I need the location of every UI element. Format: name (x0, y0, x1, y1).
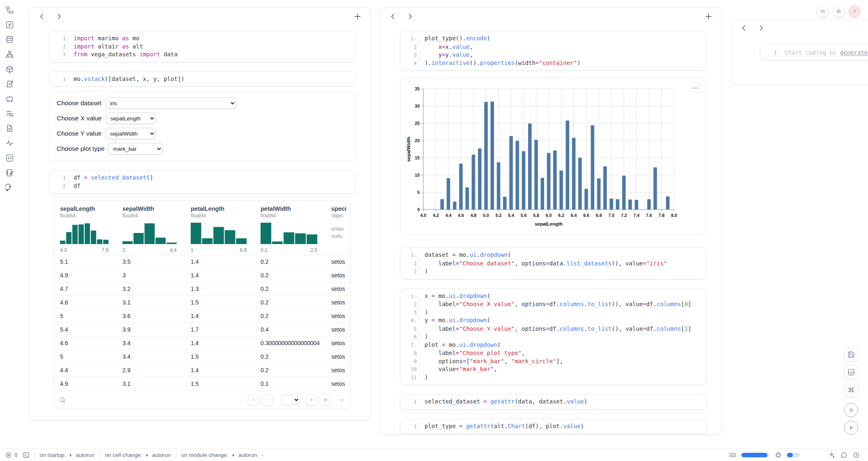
function-square-icon[interactable] (5, 21, 14, 29)
stop-kernel-button[interactable] (844, 403, 858, 417)
file-tree-icon[interactable] (5, 6, 14, 14)
dataset-dropdown-cell[interactable]: 1⌄dataset = mo.ui.dropdown(2 label="Choo… (400, 247, 706, 279)
add-cell-button[interactable] (704, 12, 713, 21)
code-line[interactable]: dataset = mo.ui.dropdown( (419, 251, 706, 260)
menu-button[interactable] (817, 5, 829, 17)
plot-cell[interactable]: 1⌄plot_type().encode(2 x=x.value,3 y=y.v… (400, 31, 706, 71)
column-header-speci[interactable]: speciobjecuniqunulls: (326, 201, 351, 255)
next-page-button[interactable] (306, 394, 317, 406)
statusbar-item-on-startup[interactable]: on startup:autorun (40, 452, 95, 458)
first-page-button[interactable] (248, 394, 259, 406)
generate-with-ai-link[interactable]: generate (840, 49, 868, 56)
code-placeholder[interactable]: Start coding or generate with (779, 49, 868, 56)
notebook-pen-icon[interactable] (5, 168, 14, 177)
memory-usage-meter[interactable] (741, 453, 769, 457)
download-button[interactable] (338, 397, 344, 403)
code-line[interactable]: label="Choose dataset", options=data.lis… (419, 260, 706, 268)
dataset-dropdown[interactable]: iris (106, 97, 236, 109)
code-line[interactable]: mo.vstack([dataset, x, y, plot]) (68, 75, 355, 83)
column-header-sepalLength[interactable]: sepalLengthfloat644.37.9 (54, 201, 117, 255)
file-text-icon[interactable] (5, 124, 14, 133)
chart-actions-button[interactable] (689, 82, 701, 94)
terminal-button[interactable] (23, 452, 30, 459)
keyboard-icon[interactable] (729, 452, 736, 459)
cpu-chip-icon[interactable] (775, 452, 782, 459)
code-box-icon[interactable] (5, 154, 14, 162)
add-cell-button[interactable] (353, 12, 362, 21)
code-line[interactable]: df = selected_dataset() (68, 174, 355, 182)
settings-button[interactable] (833, 5, 845, 17)
fold-caret-icon[interactable]: ⌄ (415, 253, 417, 257)
fold-caret-icon[interactable]: ⌄ (415, 37, 417, 41)
dataframe-cell[interactable]: 1df = selected_dataset()2df (49, 170, 356, 194)
page-select[interactable] (281, 395, 300, 405)
last-page-button[interactable] (320, 394, 331, 406)
code-line[interactable]: import marimo as mo (68, 35, 355, 43)
x-value-dropdown[interactable]: sepalLength (106, 113, 156, 124)
code-line[interactable]: options=["mark_bar", "mark_circle"], (419, 357, 706, 366)
code-line[interactable]: import altair as alt (68, 43, 355, 51)
layout-toggle-button[interactable] (844, 365, 858, 379)
statusbar-item-on-cell-change[interactable]: on cell change:autorun (105, 452, 171, 458)
code-line[interactable]: x = mo.ui.dropdown( (419, 292, 706, 301)
y-value-dropdown[interactable]: sepalWidth (106, 128, 156, 139)
code-line[interactable]: label="Choose plot type", (419, 349, 706, 357)
code-line[interactable]: x=x.value, (419, 43, 706, 51)
sparkles-icon[interactable] (828, 452, 835, 459)
chevron-right-icon[interactable] (757, 23, 766, 32)
cpu-usage-meter[interactable] (787, 453, 800, 457)
prev-page-button[interactable] (262, 394, 273, 406)
bot-message-icon[interactable] (5, 95, 14, 103)
plot-type-cell[interactable]: 1plot_type = getattr(alt.Chart(df), plot… (400, 419, 706, 434)
clock-icon[interactable] (853, 452, 860, 459)
code-line[interactable]: plot_type().encode( (419, 35, 706, 43)
column-header-petalWidth[interactable]: petalWidthfloat640.12.5 (255, 201, 326, 255)
search-icon[interactable] (59, 396, 66, 403)
code-line[interactable]: label="Choose Y value", options=df.colum… (419, 325, 706, 333)
code-line[interactable]: y = mo.ui.dropdown( (419, 316, 706, 325)
code-line[interactable]: selected_dataset = getattr(data, dataset… (419, 398, 706, 406)
code-line[interactable]: plot_type = getattr(alt.Chart(df), plot.… (419, 422, 706, 431)
error-count-badge[interactable]: 0 (5, 452, 18, 459)
chevron-right-icon[interactable] (406, 12, 415, 21)
close-panel-button[interactable] (849, 5, 861, 17)
statusbar-item-on-module-change[interactable]: on module change:autorun (181, 452, 265, 458)
chevron-left-icon[interactable] (739, 23, 748, 32)
fold-caret-icon[interactable]: ⌄ (415, 343, 417, 347)
chevron-right-icon[interactable] (55, 12, 64, 21)
code-line[interactable]: ) (419, 373, 706, 382)
fold-caret-icon[interactable]: ⌄ (415, 294, 417, 298)
xy-plot-dropdowns-cell[interactable]: 1⌄x = mo.ui.dropdown(2 label="Choose X v… (400, 288, 706, 385)
help-bubble-icon[interactable] (5, 183, 14, 192)
code-line[interactable]: ) (419, 309, 706, 317)
column-header-petalLength[interactable]: petalLengthfloat6416.9 (185, 201, 255, 255)
scroll-icon[interactable] (5, 80, 14, 88)
dependency-graph-icon[interactable] (5, 50, 14, 59)
code-line[interactable]: value="mark_bar", (419, 365, 706, 373)
database-icon[interactable] (5, 35, 14, 44)
code-line[interactable]: ).interactive().properties(width="contai… (419, 59, 706, 67)
code-line[interactable]: plot = mo.ui.dropdown( (419, 341, 706, 350)
run-all-button[interactable] (844, 421, 858, 435)
fold-caret-icon[interactable]: ⌄ (415, 318, 417, 323)
imports-cell[interactable]: 1import marimo as mo2import altair as al… (49, 31, 356, 62)
plot-type-dropdown[interactable]: mark_bar (108, 143, 163, 154)
package-icon[interactable] (5, 65, 14, 74)
code-line[interactable]: y=y.value, (419, 51, 706, 59)
code-line[interactable]: ) (419, 333, 706, 341)
command-palette-button[interactable] (844, 383, 858, 397)
chevron-left-icon[interactable] (37, 12, 46, 21)
selected-dataset-cell[interactable]: 1selected_dataset = getattr(data, datase… (400, 394, 706, 410)
list-search-icon[interactable] (5, 109, 14, 118)
code-line[interactable]: from vega_datasets import data (68, 51, 355, 59)
chevron-left-icon[interactable] (388, 12, 397, 21)
code-line[interactable]: label="Choose X value", options=df.colum… (419, 300, 706, 309)
code-line[interactable]: ) (419, 267, 706, 276)
empty-code-cell[interactable]: 1 Start coding or generate with (760, 45, 868, 60)
feedback-chat-icon[interactable] (840, 452, 847, 459)
vstack-cell[interactable]: 1mo.vstack([dataset, x, y, plot]) (49, 71, 356, 87)
altair-bar-chart[interactable]: 4.04.24.44.64.85.05.25.45.65.86.06.26.46… (405, 83, 699, 229)
column-header-sepalWidth[interactable]: sepalWidthfloat6424.4 (117, 201, 185, 255)
save-button[interactable] (844, 348, 858, 362)
code-line[interactable]: df (68, 182, 355, 190)
